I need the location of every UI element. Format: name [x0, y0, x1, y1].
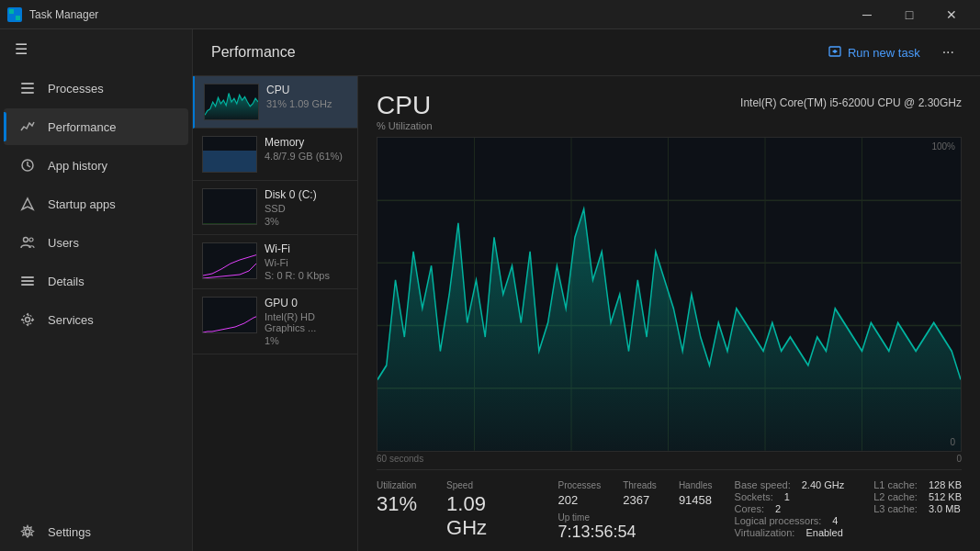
device-item-memory[interactable]: Memory 4.8/7.9 GB (61%)	[193, 129, 357, 181]
sidebar-item-app-history[interactable]: App history	[4, 147, 188, 184]
spec-col-1: Base speed: 2.40 GHz Sockets: 1 Cores: 2	[735, 479, 845, 542]
gpu-item-header: GPU 0 Intel(R) HD Graphics ... 1%	[202, 297, 348, 346]
sockets-val: 1	[784, 491, 790, 502]
proc-label: Processes	[558, 479, 602, 492]
sidebar-item-startup-apps[interactable]: Startup apps	[4, 186, 188, 222]
gpu-sub1: Intel(R) HD Graphics ...	[265, 311, 348, 333]
l1-key: L1 cache:	[873, 479, 918, 490]
spec-col-2: L1 cache: 128 KB L2 cache: 512 KB L3 cac…	[873, 479, 962, 542]
content-area: Performance Run new task ···	[193, 29, 980, 551]
content-header: Performance Run new task ···	[193, 29, 980, 76]
minimize-button[interactable]: ─	[846, 0, 888, 29]
services-label: Services	[48, 313, 94, 327]
users-label: Users	[48, 236, 79, 250]
processes-icon	[18, 79, 37, 97]
svg-rect-1	[16, 9, 20, 14]
stats-bar: Utilization 31% Speed 1.09 GHz Processes…	[377, 469, 962, 542]
thread-value: 2367	[623, 492, 657, 509]
disk-sub1: SSD	[265, 203, 348, 214]
startup-label: Startup apps	[48, 197, 116, 211]
l3-key: L3 cache:	[873, 503, 918, 514]
users-icon	[18, 233, 37, 252]
chart-area: CPU % Utilization Intel(R) Core(TM) i5-6…	[358, 76, 980, 551]
device-item-disk[interactable]: Disk 0 (C:) SSD 3%	[193, 181, 357, 235]
svg-point-13	[26, 318, 30, 322]
startup-icon	[18, 195, 37, 213]
hamburger-menu[interactable]: ☰	[0, 29, 192, 69]
disk-name: Disk 0 (C:)	[265, 188, 348, 201]
sidebar-item-processes[interactable]: Processes	[4, 70, 188, 107]
l1-val: 128 KB	[929, 479, 962, 490]
sockets-key: Sockets:	[735, 491, 773, 502]
run-new-task-button[interactable]: Run new task	[820, 41, 928, 63]
chart-time-end: 0	[956, 454, 962, 464]
device-item-cpu[interactable]: CPU 31% 1.09 GHz	[193, 76, 357, 129]
svg-rect-0	[9, 9, 14, 14]
performance-icon	[18, 118, 37, 136]
svg-rect-5	[21, 87, 34, 89]
run-new-task-label: Run new task	[848, 46, 920, 60]
gpu-name: GPU 0	[265, 297, 348, 309]
close-button[interactable]: ✕	[930, 0, 973, 29]
processes-label: Processes	[48, 82, 104, 96]
maximize-button[interactable]: □	[888, 0, 930, 29]
thread-stat: Threads 2367	[623, 479, 657, 509]
util-label: % Utilization	[377, 120, 433, 131]
memory-item-header: Memory 4.8/7.9 GB (61%)	[202, 136, 348, 173]
gpu-info: GPU 0 Intel(R) HD Graphics ... 1%	[265, 297, 348, 346]
sidebar-item-details[interactable]: Details	[4, 263, 188, 299]
device-item-wifi[interactable]: Wi-Fi Wi-Fi S: 0 R: 0 Kbps	[193, 235, 357, 289]
spec-table: Base speed: 2.40 GHz Sockets: 1 Cores: 2	[735, 479, 962, 542]
svg-rect-6	[21, 92, 34, 94]
logical-proc-val: 4	[832, 515, 838, 526]
chart-time-start: 60 seconds	[377, 454, 423, 464]
uptime-stat: Up time 7:13:56:54	[558, 512, 713, 542]
more-options-button[interactable]: ···	[935, 40, 962, 64]
virt-val: Enabled	[805, 527, 842, 538]
svg-point-8	[24, 238, 28, 242]
details-icon	[18, 272, 37, 290]
svg-rect-18	[203, 189, 257, 225]
base-speed-row: Base speed: 2.40 GHz	[735, 479, 845, 490]
sidebar-item-settings[interactable]: Settings	[4, 513, 188, 550]
l2-val: 512 KB	[929, 491, 962, 502]
disk-sub2: 3%	[265, 216, 348, 227]
svg-marker-32	[377, 208, 961, 450]
wifi-info: Wi-Fi Wi-Fi S: 0 R: 0 Kbps	[265, 242, 348, 281]
util-stat-value: 31%	[377, 492, 417, 516]
sidebar-item-services[interactable]: Services	[4, 301, 188, 338]
sidebar-item-performance[interactable]: Performance	[4, 108, 188, 145]
cpu-info: CPU 31% 1.09 GHz	[266, 84, 348, 109]
svg-rect-10	[21, 276, 34, 278]
device-item-gpu[interactable]: GPU 0 Intel(R) HD Graphics ... 1%	[193, 289, 357, 354]
device-list: CPU 31% 1.09 GHz Memory 4.8/7.9 GB (61%)	[193, 76, 358, 551]
uptime-value: 7:13:56:54	[558, 523, 713, 542]
gpu-thumbnail	[202, 297, 257, 333]
svg-rect-2	[9, 16, 14, 20]
wifi-name: Wi-Fi	[265, 242, 348, 255]
base-speed-key: Base speed:	[735, 479, 791, 490]
svg-rect-11	[21, 280, 34, 282]
svg-rect-12	[21, 284, 34, 286]
uptime-label: Up time	[558, 512, 713, 523]
sockets-row: Sockets: 1	[735, 491, 845, 502]
settings-label: Settings	[48, 525, 91, 539]
handles-stat: Handles 91458	[679, 479, 713, 509]
base-speed-val: 2.40 GHz	[802, 479, 844, 490]
title-bar: Task Manager ─ □ ✕	[0, 0, 980, 29]
details-label: Details	[48, 275, 84, 288]
process-thread-group: Processes 202 Threads 2367 Handles 91458	[558, 479, 713, 542]
cores-val: 2	[775, 503, 781, 514]
chart-title-group: CPU % Utilization	[377, 91, 433, 133]
wifi-thumbnail	[202, 242, 257, 279]
proc-value: 202	[558, 492, 602, 509]
cores-key: Cores:	[735, 503, 764, 514]
app-body: ☰ Processes Performance	[0, 29, 980, 551]
gpu-sub2: 1%	[265, 335, 348, 346]
sidebar-item-users[interactable]: Users	[4, 224, 188, 261]
util-stat-label: Utilization	[377, 479, 417, 492]
handles-label: Handles	[679, 479, 713, 492]
sidebar: ☰ Processes Performance	[0, 29, 193, 551]
speed-stat-value: 1.09 GHz	[446, 492, 528, 541]
svg-rect-4	[21, 83, 34, 84]
